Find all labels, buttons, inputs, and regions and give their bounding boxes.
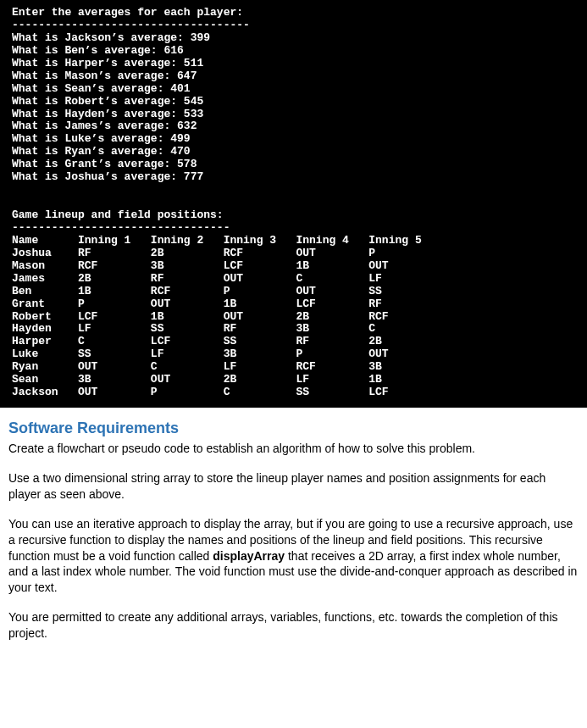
console-output: Enter the averages for each player: ----… [0, 0, 587, 408]
bold-term: displayArray [213, 549, 285, 563]
paragraph: Create a flowchart or pseudo code to est… [8, 441, 579, 457]
section-heading: Software Requirements [8, 420, 579, 437]
paragraph: You are permitted to create any addition… [8, 609, 579, 642]
paragraph: Use a two dimensional string array to st… [8, 470, 579, 503]
document-body: Software Requirements Create a flowchart… [0, 408, 587, 642]
paragraph: You can use an iterative approach to dis… [8, 516, 579, 596]
